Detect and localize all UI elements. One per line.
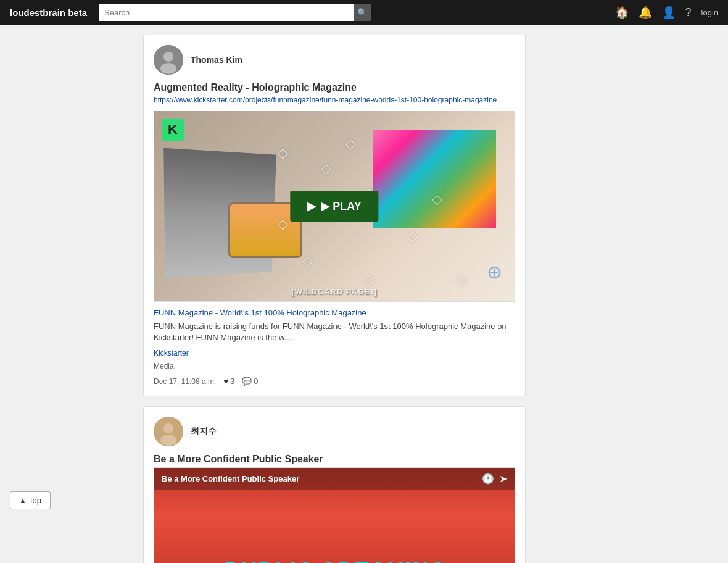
svg-point-4 bbox=[163, 423, 173, 433]
diamond-2: ◇ bbox=[321, 161, 331, 177]
notifications-icon[interactable]: 🔔 bbox=[639, 6, 652, 19]
kickstarter-logo: K bbox=[162, 119, 184, 141]
svg-point-1 bbox=[163, 52, 173, 62]
nav-icons: 🏠 🔔 👤 ? login bbox=[615, 6, 718, 19]
kickstarter-source-link[interactable]: Kickstarter bbox=[154, 349, 189, 357]
avatar-image-2 bbox=[154, 417, 183, 446]
art-icon-bottom-right: ⊕ bbox=[487, 261, 502, 283]
diamond-3: ◇ bbox=[345, 136, 356, 152]
avatar-image-1 bbox=[154, 45, 183, 75]
navbar: loudestbrain beta 🔍 🏠 🔔 👤 ? login bbox=[0, 0, 728, 25]
diamond-7: ◇ bbox=[364, 272, 374, 288]
post-title-2: Be a More Confident Public Speaker bbox=[154, 454, 515, 465]
likes-count-1: 3 bbox=[230, 377, 234, 386]
post-author-2: 최지수 bbox=[191, 426, 217, 437]
post-card-2: 최지수 Be a More Confident Public Speaker B… bbox=[143, 406, 526, 563]
help-icon[interactable]: ? bbox=[685, 6, 692, 19]
post-description-1: FUNN Magazine is raising funds for FUNN … bbox=[154, 321, 515, 343]
brand-logo: loudestbrain beta bbox=[10, 7, 87, 18]
diamond-8: ◇ bbox=[407, 228, 418, 244]
svg-point-2 bbox=[160, 63, 176, 74]
heart-icon-1: ♥ bbox=[223, 377, 228, 386]
diamond-10: ◇ bbox=[457, 272, 467, 288]
share-icon: ➤ bbox=[499, 473, 507, 485]
post-title-1: Augmented Reality - Holographic Magazine bbox=[154, 82, 515, 93]
art-colorblock bbox=[373, 130, 496, 228]
diamond-5: ◇ bbox=[278, 216, 288, 232]
user-icon[interactable]: 👤 bbox=[662, 6, 676, 19]
post-header-2: 최지수 bbox=[154, 417, 515, 446]
search-button[interactable]: 🔍 bbox=[354, 4, 371, 21]
left-sidebar: ▲ top bbox=[10, 35, 133, 563]
search-wrapper: 🔍 bbox=[99, 4, 371, 21]
search-input[interactable] bbox=[99, 4, 354, 21]
main-layout: ▲ top Thomas Kim Augmented Reality - Hol… bbox=[0, 25, 728, 563]
comment-icon-1: 💬 bbox=[242, 377, 252, 386]
video-thumb-2: Be a More Confident Public Speaker 🕐 ➤ P… bbox=[154, 467, 515, 563]
top-label: top bbox=[30, 496, 41, 505]
feed: Thomas Kim Augmented Reality - Holograph… bbox=[143, 35, 526, 563]
post-likes-1: ♥ 3 bbox=[223, 377, 234, 386]
post-comments-1: 💬 0 bbox=[242, 377, 258, 386]
video-icons-2: 🕐 ➤ bbox=[482, 473, 507, 485]
post-tags-1: Media, bbox=[154, 362, 515, 370]
play-label: ▶ PLAY bbox=[321, 199, 361, 213]
play-icon: ▶ bbox=[307, 199, 316, 213]
post-header-1: Thomas Kim bbox=[154, 45, 515, 75]
play-button-1[interactable]: ▶ ▶ PLAY bbox=[290, 191, 378, 222]
post-date-1: Dec 17, 11:08 a.m. bbox=[154, 377, 216, 386]
search-icon: 🔍 bbox=[357, 8, 368, 17]
svg-point-5 bbox=[160, 435, 176, 446]
post-author-1: Thomas Kim bbox=[191, 55, 242, 65]
video-header-2: Be a More Confident Public Speaker 🕐 ➤ bbox=[154, 468, 515, 490]
top-button[interactable]: ▲ top bbox=[10, 491, 51, 509]
wildcard-text: [WILDCARD PAGE!] bbox=[291, 287, 377, 296]
post-card-1: Thomas Kim Augmented Reality - Holograph… bbox=[143, 35, 526, 396]
clock-icon: 🕐 bbox=[482, 473, 494, 485]
diamond-1: ◇ bbox=[278, 145, 288, 161]
diamond-6: ◇ bbox=[302, 253, 313, 269]
public-speaking-text: PUBLIC SPEAKING bbox=[154, 558, 515, 563]
comments-count-1: 0 bbox=[254, 377, 258, 386]
avatar-choi-jisu bbox=[154, 417, 183, 446]
video-thumb-1: K ◇ ◇ ◇ ◇ ◇ ◇ ◇ ◇ ◇ ◇ ▶ bbox=[154, 111, 515, 302]
home-icon[interactable]: 🏠 bbox=[615, 6, 629, 19]
top-icon: ▲ bbox=[19, 496, 27, 505]
diamond-9: ◇ bbox=[432, 191, 442, 207]
video-title-2: Be a More Confident Public Speaker bbox=[162, 474, 299, 483]
post-footer-1: Dec 17, 11:08 a.m. ♥ 3 💬 0 bbox=[154, 377, 515, 386]
avatar-thomas-kim bbox=[154, 45, 183, 75]
post-link-1[interactable]: https://www.kickstarter.com/projects/fun… bbox=[154, 96, 515, 104]
login-button[interactable]: login bbox=[701, 8, 718, 17]
kickstarter-link-title[interactable]: FUNN Magazine - World\'s 1st 100% Hologr… bbox=[154, 308, 515, 317]
